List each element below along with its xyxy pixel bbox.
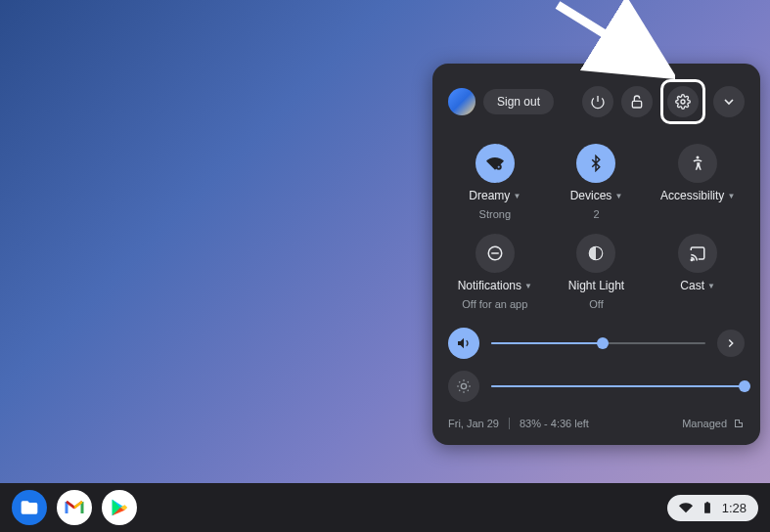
power-icon (590, 94, 606, 110)
accessibility-tile[interactable]: Accessibility▼ (651, 144, 745, 220)
bluetooth-icon (576, 144, 615, 183)
chevron-right-icon (724, 336, 738, 350)
managed-indicator[interactable]: Managed (682, 418, 745, 429)
caret-icon: ▼ (707, 282, 715, 290)
tiles-grid: Dreamy▼ Strong Devices▼ 2 Accessibility▼… (448, 144, 745, 310)
svg-point-2 (681, 100, 685, 104)
brightness-slider[interactable] (491, 385, 745, 387)
signout-button[interactable]: Sign out (483, 89, 554, 114)
wifi-tile[interactable]: Dreamy▼ Strong (448, 144, 542, 220)
caret-icon: ▼ (513, 192, 521, 200)
nightlight-tile[interactable]: Night Light Off (550, 234, 644, 310)
date-label: Fri, Jan 29 (448, 418, 499, 429)
audio-settings-button[interactable] (717, 330, 745, 357)
brightness-row (448, 371, 745, 402)
battery-tray-icon (701, 501, 714, 514)
wifi-sub: Strong (479, 208, 511, 220)
settings-highlight (660, 79, 705, 124)
lock-button[interactable] (621, 86, 653, 117)
notifications-label: Notifications▼ (458, 279, 532, 292)
shelf-apps (12, 490, 137, 525)
quick-settings-panel: Sign out Dreamy▼ Strong D (432, 64, 760, 445)
brightness-icon[interactable] (448, 371, 479, 402)
panel-header: Sign out (448, 79, 745, 124)
status-tray[interactable]: 1:28 (667, 495, 758, 521)
enterprise-icon (733, 418, 745, 429)
avatar[interactable] (448, 88, 476, 115)
svg-line-0 (558, 5, 656, 66)
chevron-down-icon (721, 94, 737, 110)
gmail-app-icon[interactable] (57, 490, 92, 525)
nightlight-label: Night Light (568, 279, 624, 292)
tray-time: 1:28 (722, 501, 747, 515)
volume-row (448, 328, 745, 359)
accessibility-label: Accessibility▼ (660, 189, 735, 202)
files-app-icon[interactable] (12, 490, 47, 525)
cast-icon (678, 234, 717, 273)
svg-point-8 (691, 259, 693, 261)
wifi-label: Dreamy▼ (469, 189, 521, 202)
cast-tile[interactable]: Cast▼ (651, 234, 745, 310)
notifications-icon (476, 234, 515, 273)
caret-icon: ▼ (614, 192, 622, 200)
wifi-icon (476, 144, 515, 183)
notifications-tile[interactable]: Notifications▼ Off for an app (448, 234, 542, 310)
divider (509, 418, 510, 429)
cast-label: Cast▼ (680, 279, 715, 292)
bluetooth-sub: 2 (593, 208, 599, 220)
volume-icon[interactable] (448, 328, 479, 359)
lock-icon (629, 94, 645, 110)
settings-button[interactable] (667, 86, 699, 117)
play-store-app-icon[interactable] (102, 490, 137, 525)
panel-footer: Fri, Jan 29 83% - 4:36 left Managed (448, 414, 745, 429)
wifi-tray-icon (679, 501, 693, 514)
svg-point-4 (697, 156, 700, 159)
caret-icon: ▼ (727, 192, 735, 200)
shelf: 1:28 (0, 483, 770, 532)
svg-rect-1 (632, 101, 641, 108)
bluetooth-tile[interactable]: Devices▼ 2 (550, 144, 644, 220)
bluetooth-label: Devices▼ (570, 189, 623, 202)
nightlight-icon (576, 234, 615, 273)
nightlight-sub: Off (589, 298, 603, 310)
caret-icon: ▼ (524, 282, 532, 290)
battery-status: 83% - 4:36 left (520, 418, 589, 429)
gear-icon (675, 94, 691, 110)
svg-point-9 (461, 383, 466, 388)
collapse-button[interactable] (713, 86, 745, 117)
volume-slider[interactable] (491, 342, 705, 344)
power-button[interactable] (582, 86, 613, 117)
notifications-sub: Off for an app (462, 298, 527, 310)
accessibility-icon (678, 144, 717, 183)
